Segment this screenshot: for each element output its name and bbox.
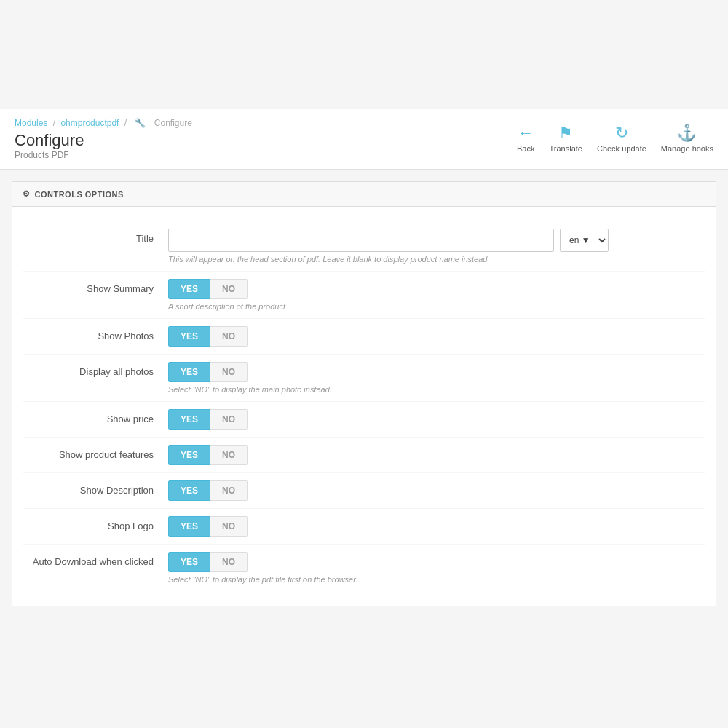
breadcrumb-configure: Configure — [154, 118, 192, 128]
show-summary-help: A short description of the product — [168, 302, 705, 311]
breadcrumb-sep2: / — [124, 118, 127, 128]
show-product-features-label: Show product features — [23, 445, 168, 460]
display-all-photos-yes[interactable]: YES — [168, 362, 210, 382]
shop-logo-toggle: YES NO — [168, 516, 705, 537]
back-label: Back — [517, 144, 534, 153]
shop-logo-label: Shop Logo — [23, 516, 168, 531]
auto-download-label: Auto Download when clicked — [23, 552, 168, 567]
auto-download-help: Select "NO" to display the pdf file firs… — [168, 575, 705, 584]
anchor-icon: ⚓ — [677, 125, 697, 141]
show-description-control: YES NO — [168, 480, 705, 501]
show-summary-no[interactable]: NO — [210, 279, 248, 299]
page-wrapper: Modules / ohmproductpdf / 🔧 Configure Co… — [0, 0, 728, 728]
page-title: Configure — [15, 131, 195, 150]
show-photos-row: Show Photos YES NO — [23, 319, 705, 355]
shop-logo-no[interactable]: NO — [210, 516, 248, 537]
show-summary-row: Show Summary YES NO A short description … — [23, 272, 705, 319]
show-photos-label: Show Photos — [23, 326, 168, 341]
show-description-yes[interactable]: YES — [168, 480, 210, 501]
breadcrumb: Modules / ohmproductpdf / 🔧 Configure — [15, 118, 195, 128]
show-product-features-yes[interactable]: YES — [168, 445, 210, 465]
gear-icon: ⚙ — [23, 189, 31, 199]
title-label: Title — [23, 229, 168, 244]
show-price-row: Show price YES NO — [23, 402, 705, 438]
display-all-photos-help: Select "NO" to display the main photo in… — [168, 385, 705, 394]
header-left: Modules / ohmproductpdf / 🔧 Configure Co… — [15, 118, 195, 160]
translate-button[interactable]: ⚑ Translate — [549, 125, 582, 153]
show-product-features-toggle: YES NO — [168, 445, 705, 465]
title-help-text: This will appear on the head section of … — [168, 255, 705, 264]
check-update-label: Check update — [597, 144, 646, 153]
display-all-photos-row: Display all photos YES NO Select "NO" to… — [23, 355, 705, 402]
back-icon: ← — [518, 125, 534, 141]
shop-logo-control: YES NO — [168, 516, 705, 537]
auto-download-control: YES NO Select "NO" to display the pdf fi… — [168, 552, 705, 584]
display-all-photos-toggle: YES NO — [168, 362, 705, 382]
show-price-toggle: YES NO — [168, 409, 705, 430]
translate-icon: ⚑ — [558, 125, 573, 141]
breadcrumb-modules[interactable]: Modules — [15, 118, 47, 128]
title-row: Title en ▼ This will appear on the head … — [23, 221, 705, 272]
panel-title: CONTROLS OPTIONS — [35, 190, 124, 199]
title-input[interactable] — [168, 229, 554, 252]
toolbar-buttons: ← Back ⚑ Translate ↻ Check update ⚓ Mana… — [517, 125, 713, 153]
breadcrumb-sep1: / — [53, 118, 55, 128]
show-summary-yes[interactable]: YES — [168, 279, 210, 299]
show-price-label: Show price — [23, 409, 168, 424]
show-description-no[interactable]: NO — [210, 480, 248, 501]
show-summary-toggle: YES NO — [168, 279, 705, 299]
panel-body: Title en ▼ This will appear on the head … — [12, 207, 716, 606]
show-description-label: Show Description — [23, 480, 168, 496]
manage-hooks-button[interactable]: ⚓ Manage hooks — [661, 125, 713, 153]
controls-panel: ⚙ CONTROLS OPTIONS Title en ▼ This will — [12, 181, 716, 606]
show-price-control: YES NO — [168, 409, 705, 430]
show-description-row: Show Description YES NO — [23, 473, 705, 509]
auto-download-no[interactable]: NO — [210, 552, 248, 572]
page-subtitle: Products PDF — [15, 150, 195, 160]
show-photos-yes[interactable]: YES — [168, 326, 210, 347]
show-photos-control: YES NO — [168, 326, 705, 347]
back-button[interactable]: ← Back — [517, 125, 534, 153]
check-update-button[interactable]: ↻ Check update — [597, 125, 646, 153]
top-bar — [0, 0, 728, 109]
manage-hooks-label: Manage hooks — [661, 144, 713, 153]
auto-download-yes[interactable]: YES — [168, 552, 210, 572]
display-all-photos-control: YES NO Select "NO" to display the main p… — [168, 362, 705, 394]
show-product-features-no[interactable]: NO — [210, 445, 248, 465]
refresh-icon: ↻ — [615, 125, 628, 141]
auto-download-row: Auto Download when clicked YES NO Select… — [23, 545, 705, 591]
show-product-features-row: Show product features YES NO — [23, 438, 705, 473]
shop-logo-yes[interactable]: YES — [168, 516, 210, 537]
show-photos-no[interactable]: NO — [210, 326, 248, 347]
show-product-features-control: YES NO — [168, 445, 705, 465]
translate-label: Translate — [549, 144, 582, 153]
title-input-row: en ▼ — [168, 229, 705, 252]
panel-header: ⚙ CONTROLS OPTIONS — [12, 182, 716, 207]
show-summary-label: Show Summary — [23, 279, 168, 294]
show-description-toggle: YES NO — [168, 480, 705, 501]
show-price-yes[interactable]: YES — [168, 409, 210, 430]
lang-select[interactable]: en ▼ — [560, 229, 609, 252]
display-all-photos-label: Display all photos — [23, 362, 168, 377]
shop-logo-row: Shop Logo YES NO — [23, 509, 705, 545]
breadcrumb-icon: 🔧 — [135, 118, 146, 128]
display-all-photos-no[interactable]: NO — [210, 362, 248, 382]
breadcrumb-ohmproductpdf[interactable]: ohmproductpdf — [60, 118, 119, 128]
show-photos-toggle: YES NO — [168, 326, 705, 347]
header-section: Modules / ohmproductpdf / 🔧 Configure Co… — [0, 109, 728, 170]
show-price-no[interactable]: NO — [210, 409, 248, 430]
auto-download-toggle: YES NO — [168, 552, 705, 572]
show-summary-control: YES NO A short description of the produc… — [168, 279, 705, 311]
title-control-wrapper: en ▼ This will appear on the head sectio… — [168, 229, 705, 264]
content-area: ⚙ CONTROLS OPTIONS Title en ▼ This will — [0, 170, 728, 618]
